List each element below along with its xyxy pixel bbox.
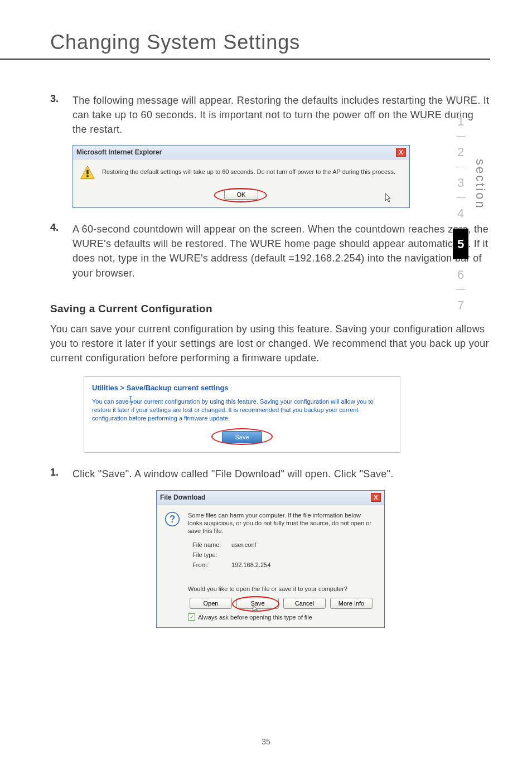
svg-rect-2 (86, 176, 89, 178)
file-download-details: File name: user.conf File type: From: 19… (192, 540, 376, 570)
ie-alert-title-bar: Microsoft Internet Explorer X (73, 146, 409, 159)
close-icon[interactable]: X (396, 148, 406, 157)
cursor-icon (253, 604, 259, 614)
web-save-panel: Utilities > Save/Backup current settings… (84, 376, 400, 453)
close-icon[interactable]: X (371, 493, 381, 502)
nav-item-7[interactable]: 7 (453, 290, 468, 321)
file-download-question: Would you like to open the file or save … (188, 585, 376, 592)
step-1: 1. Click "Save". A window called "File D… (50, 467, 490, 481)
nav-item-5[interactable]: 5 (453, 229, 468, 259)
always-ask-label: Always ask before opening this type of f… (198, 614, 312, 621)
file-download-title: File Download (160, 493, 205, 501)
step-1-text: Click "Save". A window called "File Down… (72, 467, 394, 481)
nav-item-6[interactable]: 6 (453, 259, 468, 290)
step-3-number: 3. (50, 93, 72, 137)
file-name-label: File name: (192, 540, 231, 550)
page-number: 35 (262, 737, 270, 746)
step-1-number: 1. (50, 467, 72, 481)
svg-rect-1 (86, 170, 89, 175)
web-panel-text: You can save your current configuration … (92, 398, 392, 423)
step-3-text: The following message will appear. Resto… (72, 93, 490, 137)
ie-alert-message: Restoring the default settings will take… (102, 168, 395, 176)
svg-text:?: ? (170, 514, 176, 525)
from-label: From: (192, 560, 231, 570)
section-heading-saving: Saving a Current Configuration (50, 303, 490, 315)
ie-alert-title: Microsoft Internet Explorer (76, 148, 162, 156)
step-3: 3. The following message will appear. Re… (50, 93, 490, 137)
open-button[interactable]: Open (190, 598, 232, 609)
step-4-number: 4. (50, 222, 72, 280)
ie-alert-dialog: Microsoft Internet Explorer X Restoring … (72, 145, 410, 208)
ok-button[interactable]: OK (224, 190, 259, 200)
cancel-button[interactable]: Cancel (283, 598, 326, 609)
from-value: 192.168.2.254 (231, 560, 270, 570)
warning-icon (80, 165, 95, 181)
web-panel-title: Utilities > Save/Backup current settings (92, 384, 392, 392)
file-name-value: user.conf (231, 540, 257, 550)
cursor-icon (385, 193, 393, 205)
section-label: section (473, 159, 487, 210)
ie-alert-body: Restoring the default settings will take… (73, 159, 409, 207)
checkbox-icon[interactable]: ✓ (188, 613, 195, 621)
more-info-button[interactable]: More Info (330, 598, 373, 609)
step-4-text: A 60-second countdown will appear on the… (72, 222, 490, 280)
file-type-label: File type: (192, 550, 231, 560)
text-cursor-icon (129, 395, 133, 405)
web-save-button[interactable]: Save (222, 431, 262, 443)
body-paragraph: You can save your current configuration … (50, 322, 490, 365)
side-navigation: 1 2 3 4 5 6 7 section (453, 106, 487, 321)
nav-item-2[interactable]: 2 (453, 137, 468, 167)
page-title: Changing System Settings (0, 0, 490, 60)
question-icon: ? (165, 511, 180, 527)
file-download-dialog: File Download X ? Some files can harm yo… (156, 490, 385, 628)
file-download-title-bar: File Download X (157, 491, 384, 505)
file-download-warning: Some files can harm your computer. If th… (188, 511, 376, 535)
nav-item-4[interactable]: 4 (453, 198, 468, 229)
always-ask-checkbox-row[interactable]: ✓ Always ask before opening this type of… (188, 613, 376, 621)
step-4: 4. A 60-second countdown will appear on … (50, 222, 490, 280)
main-content: 3. The following message will appear. Re… (0, 60, 532, 628)
file-download-body: ? Some files can harm your computer. If … (157, 505, 384, 628)
nav-item-3[interactable]: 3 (453, 167, 468, 198)
nav-item-1[interactable]: 1 (453, 106, 468, 137)
nav-numbers: 1 2 3 4 5 6 7 (453, 106, 468, 321)
